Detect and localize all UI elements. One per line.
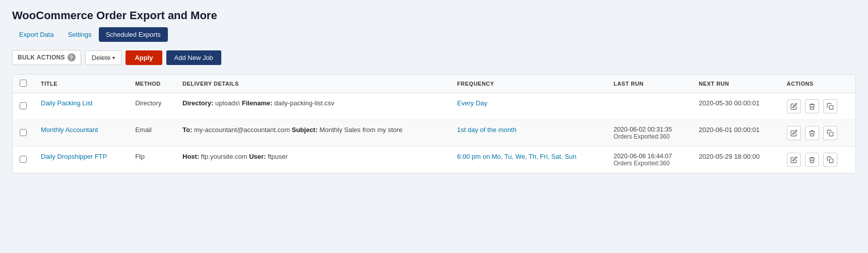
nav-tabs: Export Data Settings Scheduled Exports (12, 27, 856, 42)
header-delivery-details: DELIVERY DETAILS (175, 75, 450, 93)
row-daily-packing-list-method: Directory (128, 93, 175, 120)
row-daily-packing-list-copy-button[interactable] (823, 99, 837, 113)
header-last-run: LAST RUN (606, 75, 692, 93)
table-row: Daily Dropshipper FTPFtpHost: ftp.yoursi… (13, 147, 855, 173)
row-daily-dropshipper-ftp-title: Daily Dropshipper FTP (34, 147, 128, 173)
row-daily-dropshipper-ftp-frequency: 6:00 pm on Mo, Tu, We, Th, Fri, Sat, Sun (450, 147, 606, 173)
bulk-actions-text: BULK ACTIONS (18, 54, 65, 61)
row-daily-packing-list-delete-button[interactable] (805, 99, 819, 113)
row-daily-dropshipper-ftp-copy-button[interactable] (823, 153, 837, 167)
apply-button[interactable]: Apply (126, 50, 162, 65)
svg-rect-1 (829, 132, 833, 136)
row-daily-packing-list-title: Daily Packing List (34, 93, 128, 120)
row-daily-packing-list-title-link[interactable]: Daily Packing List (41, 99, 93, 107)
row-checkbox-cell (13, 93, 34, 120)
bulk-actions-help-icon[interactable]: ? (68, 53, 76, 61)
row-monthly-accountant-checkbox[interactable] (20, 129, 27, 136)
row-daily-packing-list-frequency: Every Day (450, 93, 606, 120)
row-daily-dropshipper-ftp-method: Ftp (128, 147, 175, 173)
tab-export-data[interactable]: Export Data (12, 27, 61, 42)
table-row: Daily Packing ListDirectoryDirectory: up… (13, 93, 855, 120)
row-daily-packing-list-actions (780, 93, 855, 120)
row-monthly-accountant-actions (780, 120, 855, 147)
row-checkbox-cell (13, 147, 34, 173)
row-monthly-accountant-method: Email (128, 120, 175, 147)
bulk-actions-label: BULK ACTIONS ? (12, 50, 81, 65)
app-title: WooCommerce Order Export and More (12, 9, 856, 22)
header-frequency: FREQUENCY (450, 75, 606, 93)
toolbar: BULK ACTIONS ? Delete Apply Add New Job (12, 50, 856, 65)
tab-settings[interactable]: Settings (61, 27, 99, 42)
row-monthly-accountant-copy-button[interactable] (823, 126, 837, 140)
row-daily-dropshipper-ftp-actions (780, 147, 855, 173)
row-daily-packing-list-next-run: 2020-05-30 00:00:01 (692, 93, 780, 120)
row-monthly-accountant-title-link[interactable]: Monthly Accountant (41, 126, 98, 134)
header-title: TITLE (34, 75, 128, 93)
delete-dropdown-button[interactable]: Delete (85, 50, 122, 65)
scheduled-exports-table: TITLE METHOD DELIVERY DETAILS FREQUENCY … (12, 74, 856, 173)
row-monthly-accountant-frequency: 1st day of the month (450, 120, 606, 147)
row-daily-dropshipper-ftp-last-run: 2020-06-06 16:44:07Orders Exported:360 (606, 147, 692, 173)
row-checkbox-cell (13, 120, 34, 147)
row-daily-packing-list-edit-button[interactable] (787, 99, 801, 113)
table-row: Monthly AccountantEmailTo: my-accountant… (13, 120, 855, 147)
svg-rect-0 (829, 105, 833, 109)
add-new-job-button[interactable]: Add New Job (166, 50, 221, 65)
row-monthly-accountant-delete-button[interactable] (805, 126, 819, 140)
row-monthly-accountant-delivery: To: my-accountant@accountant.com Subject… (175, 120, 450, 147)
row-daily-dropshipper-ftp-delivery: Host: ftp.yoursite.com User: ftpuser (175, 147, 450, 173)
row-monthly-accountant-next-run: 2020-06-01 00:00:01 (692, 120, 780, 147)
svg-rect-2 (829, 159, 833, 163)
header-next-run: NEXT RUN (692, 75, 780, 93)
tab-scheduled-exports[interactable]: Scheduled Exports (99, 27, 168, 42)
header-actions: ACTIONS (780, 75, 855, 93)
select-all-checkbox[interactable] (20, 80, 27, 87)
row-daily-dropshipper-ftp-checkbox[interactable] (20, 156, 27, 163)
row-daily-dropshipper-ftp-delete-button[interactable] (805, 153, 819, 167)
row-monthly-accountant-edit-button[interactable] (787, 126, 801, 140)
header-checkbox-col (13, 75, 34, 93)
header-method: METHOD (128, 75, 175, 93)
row-daily-packing-list-delivery: Directory: uploads\ Filename: daily-pack… (175, 93, 450, 120)
row-daily-dropshipper-ftp-title-link[interactable]: Daily Dropshipper FTP (41, 153, 107, 160)
row-daily-dropshipper-ftp-next-run: 2020-05-29 18:00:00 (692, 147, 780, 173)
row-monthly-accountant-last-run: 2020-06-02 00:31:35Orders Exported:360 (606, 120, 692, 147)
row-daily-packing-list-checkbox[interactable] (20, 102, 27, 109)
row-monthly-accountant-title: Monthly Accountant (34, 120, 128, 147)
row-daily-dropshipper-ftp-edit-button[interactable] (787, 153, 801, 167)
row-daily-packing-list-last-run (606, 93, 692, 120)
table-header-row: TITLE METHOD DELIVERY DETAILS FREQUENCY … (13, 75, 855, 93)
